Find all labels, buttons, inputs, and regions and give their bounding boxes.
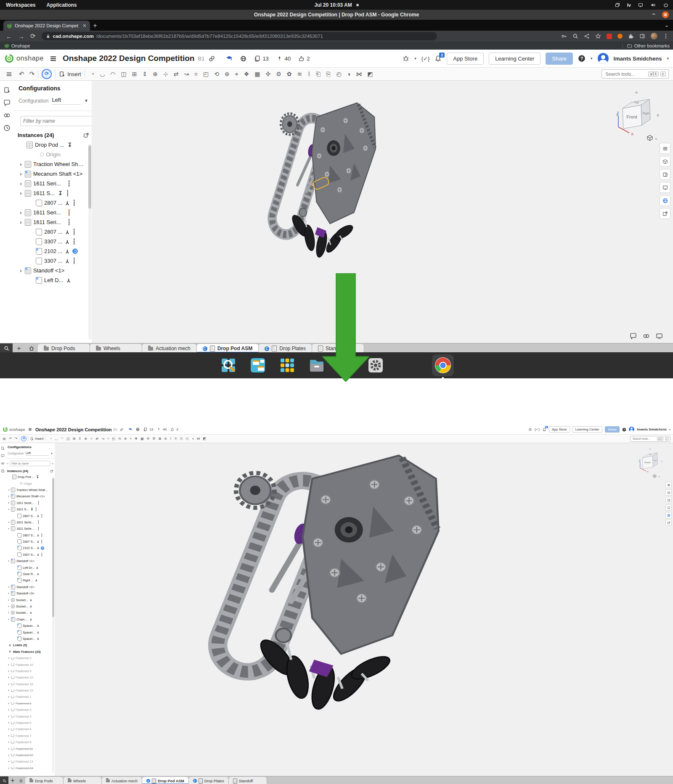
instance-2807[interactable]: 2807 ... — [14, 227, 92, 237]
expand-chevron-icon[interactable]: › — [7, 728, 11, 731]
instances-tree-icon[interactable] — [6, 71, 12, 77]
panel-scrollbar[interactable] — [52, 477, 54, 773]
insert-connector-icon[interactable]: ⊛ — [124, 437, 127, 441]
undo-icon[interactable]: ↶ — [9, 437, 12, 441]
mate-fastened[interactable]: › Fastened 9 — [5, 668, 55, 674]
code-check-icon[interactable]: {✓} — [535, 428, 540, 431]
expand-chevron-icon[interactable]: › — [18, 190, 24, 196]
filter-input[interactable] — [10, 461, 50, 466]
expand-chevron-icon[interactable]: › — [7, 754, 11, 757]
extension-orange-ic[interactable] — [617, 34, 623, 39]
user-name[interactable]: Imants Smidchens — [637, 428, 667, 431]
rotate-tool-icon[interactable]: ⟳ — [42, 69, 52, 79]
edits-stat[interactable]: 40 — [157, 428, 167, 431]
instance-3307[interactable]: 3307 ... — [14, 237, 92, 246]
instance-traction-wheel-shaft[interactable]: › Traction Wheel Shaf... — [5, 487, 55, 493]
sidebar-icon[interactable] — [639, 33, 645, 39]
comment-icon[interactable] — [3, 99, 11, 106]
display-options-icon[interactable]: ◩ — [367, 71, 373, 77]
version-label[interactable]: B1 — [198, 55, 204, 62]
redo-icon[interactable]: ↷ — [15, 437, 18, 441]
share-link-icon[interactable] — [120, 428, 123, 431]
instance-spacer[interactable]: Spacer... — [5, 623, 55, 629]
expand-chevron-icon[interactable]: › — [7, 592, 11, 595]
mate-fastened[interactable]: › Fastened 19 — [5, 687, 55, 694]
expand-chevron-icon[interactable]: › — [7, 702, 11, 705]
expand-chevron-icon[interactable]: › — [18, 161, 24, 167]
user-avatar[interactable] — [629, 427, 634, 432]
instance-socket[interactable]: › Socket... — [5, 597, 55, 603]
mate-fastened[interactable]: › Fastened 11 — [5, 745, 55, 752]
open-in-window-icon[interactable] — [50, 470, 53, 473]
expand-chevron-icon[interactable]: › — [7, 560, 11, 562]
expand-chevron-icon[interactable]: › — [7, 689, 11, 692]
gear-tools-icon[interactable]: ⚙ — [276, 71, 281, 77]
minimize-button[interactable]: – — [652, 11, 655, 17]
home-tab-button[interactable] — [25, 343, 38, 353]
new-tab-button[interactable]: + — [90, 21, 100, 31]
mate-fastened[interactable]: › Fastened 7 — [5, 733, 55, 739]
expand-chevron-icon[interactable]: › — [18, 268, 24, 274]
interference-icon[interactable]: ⋈ — [197, 437, 200, 441]
mate-fastened[interactable]: › Fastened 4 — [5, 713, 55, 719]
instance-2807[interactable]: 2807 S... — [5, 532, 55, 539]
rotate-measure-icon[interactable]: ◴ — [336, 71, 342, 77]
instance-1611-series[interactable]: › 1611 Seri... — [14, 208, 92, 217]
create-studio-icon[interactable] — [1, 446, 5, 450]
instance-chain[interactable]: › Chain ... — [5, 616, 55, 623]
tab-actuation-mech[interactable]: Actuation mech — [102, 777, 142, 784]
expand-chevron-icon[interactable]: › — [7, 708, 11, 711]
instance-2807[interactable]: 2807 ... — [14, 198, 92, 208]
drop-pod-assembly-model[interactable] — [181, 444, 450, 734]
mate-planar-icon[interactable]: ⊞ — [132, 71, 137, 77]
instance-1611-series[interactable]: › 1611 Serie... — [5, 525, 55, 532]
bookmark-star-icon[interactable] — [595, 33, 601, 39]
view-clock-icon[interactable]: ◔ — [50, 437, 52, 441]
instance-1611-series[interactable]: › 1611 Serie... — [5, 519, 55, 525]
rotate-measure-icon[interactable]: ◴ — [186, 437, 189, 441]
spring-icon[interactable]: ≋ — [297, 71, 302, 77]
instance-3307[interactable]: 3307 S... — [5, 552, 55, 558]
appearance-icon[interactable]: ◑ — [192, 437, 194, 441]
expand-chevron-icon[interactable]: › — [7, 527, 11, 530]
tab-drop-pods[interactable]: Drop Pods — [38, 344, 90, 353]
url-bar[interactable]: cad.onshape.com/documents/1b703af18ebe36… — [42, 32, 437, 40]
expand-chevron-icon[interactable]: › — [7, 734, 11, 737]
expand-chevron-icon[interactable]: › — [7, 657, 11, 660]
extensions-puzzle-icon[interactable] — [628, 33, 634, 39]
instance-spacer[interactable]: Spacer... — [5, 629, 55, 635]
help-icon[interactable] — [578, 55, 586, 62]
learning-cap-icon[interactable] — [128, 428, 132, 431]
tab-standoff[interactable]: Standoff — [229, 777, 267, 784]
share-icon[interactable] — [584, 33, 590, 39]
group-mate-features[interactable]: ∨ Mate Features (33) — [5, 649, 55, 655]
print-icon[interactable] — [656, 333, 663, 340]
mate-fastened[interactable]: › Fastened 12 — [5, 752, 55, 758]
mate-fastened[interactable]: › Fastened 10 — [5, 661, 55, 668]
instance-left-d[interactable]: Left D... — [14, 275, 92, 285]
gear-star-icon[interactable]: ✿ — [159, 437, 162, 441]
comment-icon[interactable] — [1, 454, 5, 458]
onshape-logo[interactable] — [3, 427, 8, 432]
mate-parallel-icon[interactable]: ⇄ — [174, 71, 179, 77]
replicate-icon[interactable]: ❖ — [135, 437, 138, 441]
chrome-dock-item[interactable] — [432, 354, 454, 376]
record-icon[interactable] — [643, 333, 650, 340]
browser-tab[interactable]: Onshape 2022 Design Compet ✕ — [3, 21, 90, 31]
instance-1611-s[interactable]: › 1611 S... — [5, 506, 55, 512]
select-box-icon[interactable]: ⌗ — [194, 71, 198, 77]
instance-2102[interactable]: 2102 S... — [5, 545, 55, 551]
learning-cap-icon[interactable] — [226, 55, 233, 62]
mate-cylindrical-icon[interactable]: ◫ — [121, 71, 127, 77]
mate-planar-icon[interactable]: ⊞ — [73, 437, 76, 441]
app-store-button[interactable]: App Store — [549, 426, 570, 433]
share-button[interactable]: Share — [605, 426, 620, 433]
follow-mode-icon[interactable] — [1, 462, 5, 465]
3d-viewport[interactable]: ⌄ — [92, 81, 673, 343]
interference-icon[interactable]: ⋈ — [356, 71, 362, 77]
mate-pin-slot-icon[interactable]: ⊕ — [153, 71, 158, 77]
chain-icon[interactable]: ⌇ — [170, 437, 172, 441]
notifications-bell[interactable]: 2 — [435, 55, 442, 62]
views-cube-icon[interactable] — [660, 156, 670, 167]
instance-standoff-1[interactable]: › Standoff <1> — [5, 558, 55, 564]
